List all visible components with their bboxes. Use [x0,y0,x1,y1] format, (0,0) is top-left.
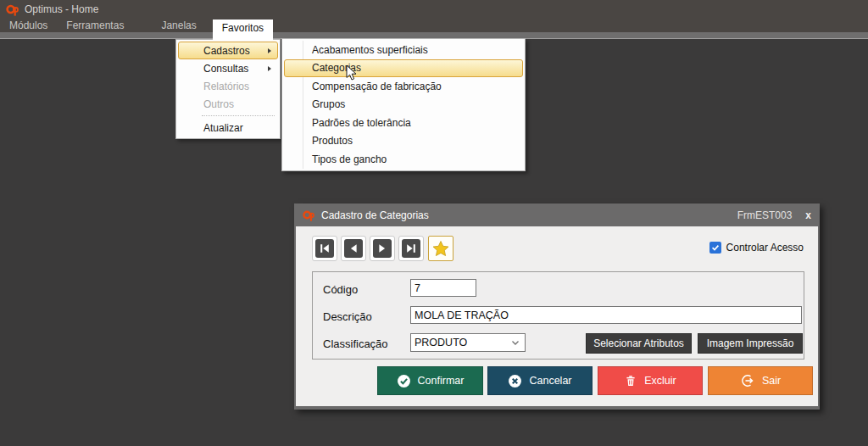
check-circle-icon [397,374,411,388]
mouse-cursor [346,64,358,84]
menu-item-produtos[interactable]: Produtos [284,132,523,151]
cadastros-submenu: Acabamentos superficiais Categorias Comp… [281,38,526,171]
sair-button[interactable]: Sair [708,366,813,395]
classificacao-select[interactable]: PRODUTO [410,333,526,352]
menu-separator [202,115,275,116]
menu-ferramentas[interactable]: Ferramentas [57,16,133,36]
trash-icon [624,374,637,387]
menu-item-grupos[interactable]: Grupos [284,96,523,114]
last-record-icon [402,239,420,258]
menu-item-label: Compensação de fabricação [312,81,442,92]
menu-item-categorias[interactable]: Categorias [284,59,523,78]
menu-item-compensacao-de-fabricacao[interactable]: Compensação de fabricação [284,77,523,96]
menu-item-label: Consultas [203,63,248,75]
close-icon[interactable]: x [805,209,811,221]
menu-item-label: Outros [203,98,234,110]
menu-item-label: Grupos [312,98,345,110]
menu-item-label: Padrões de tolerância [312,117,411,129]
x-circle-icon [508,374,522,388]
menu-item-label: Atualizar [203,122,243,134]
menu-item-relatorios: Relatórios [178,77,278,95]
optimus-logo-icon [6,3,19,16]
selecionar-atributos-label: Selecionar Atributos [593,337,684,349]
confirmar-button[interactable]: Confirmar [377,366,483,395]
classificacao-label: Classificação [323,337,388,350]
menu-item-consultas[interactable]: Consultas [178,59,278,77]
menu-item-label: Acabamentos superficiais [312,44,428,56]
nav-first-button[interactable] [312,236,337,261]
nav-next-button[interactable] [370,236,395,261]
dialog-window-code: FrmEST003 [737,209,793,221]
previous-record-icon [344,239,363,258]
menu-item-acabamentos-superficiais[interactable]: Acabamentos superficiais [284,41,523,59]
menu-item-padroes-de-tolerancia[interactable]: Padrões de tolerância [284,114,523,132]
first-record-icon [315,239,334,258]
menu-item-outros: Outros [178,95,278,113]
dialog-titlebar[interactable]: Cadastro de Categorias FrmEST003 x [296,203,818,226]
nav-previous-button[interactable] [341,236,366,261]
controlar-acesso-row: Controlar Acesso [709,242,804,254]
chevron-down-icon [511,340,520,346]
menu-favoritos[interactable]: Favoritos [213,20,273,40]
dialog-body: Controlar Acesso Código Descrição Classi… [296,226,818,406]
dialog-title: Cadastro de Categorias [321,209,737,221]
optimus-logo-icon [303,209,314,221]
cancelar-label: Cancelar [529,375,571,387]
sair-label: Sair [762,375,781,387]
fields-groupbox: Código Descrição Classificação PRODUTO S… [312,271,804,360]
next-record-icon [373,239,392,258]
star-icon [432,240,449,257]
menu-modulos[interactable]: Módulos [0,16,57,36]
menu-item-label: Cadastros [203,45,250,57]
menu-item-label: Tipos de gancho [312,153,387,165]
menu-item-atualizar[interactable]: Atualizar [178,119,278,137]
descricao-label: Descrição [323,310,372,323]
descricao-field[interactable] [410,306,802,324]
logout-icon [740,373,755,388]
submenu-arrow-icon [268,48,271,53]
menubar: Módulos Ferramentas Janelas Favoritos [0,19,868,32]
app-title: Optimus - Home [25,3,98,15]
nav-last-button[interactable] [398,236,424,261]
dialog-cadastro-categorias: Cadastro de Categorias FrmEST003 x [294,203,820,410]
imagem-impressao-label: Imagem Impressão [707,337,794,349]
imagem-impressao-button[interactable]: Imagem Impressão [698,333,803,354]
menu-item-tipos-de-gancho[interactable]: Tipos de gancho [284,150,523,169]
codigo-label: Código [323,283,358,296]
favorite-star-button[interactable] [428,236,453,261]
controlar-acesso-label: Controlar Acesso [726,242,804,254]
confirmar-label: Confirmar [418,375,465,387]
codigo-field[interactable] [410,279,476,297]
selecionar-atributos-button[interactable]: Selecionar Atributos [586,333,692,354]
menu-janelas[interactable]: Janelas [152,16,205,36]
classificacao-value: PRODUTO [415,337,467,348]
cancelar-button[interactable]: Cancelar [487,366,593,395]
submenu-arrow-icon [268,66,271,71]
menu-item-cadastros[interactable]: Cadastros [178,42,278,59]
menu-item-label: Produtos [312,135,353,147]
excluir-label: Excluir [644,375,676,387]
excluir-button[interactable]: Excluir [598,366,703,395]
controlar-acesso-checkbox[interactable] [709,242,721,254]
menu-item-label: Relatórios [203,81,249,92]
favoritos-dropdown: Cadastros Consultas Relatórios Outros At… [175,39,281,139]
